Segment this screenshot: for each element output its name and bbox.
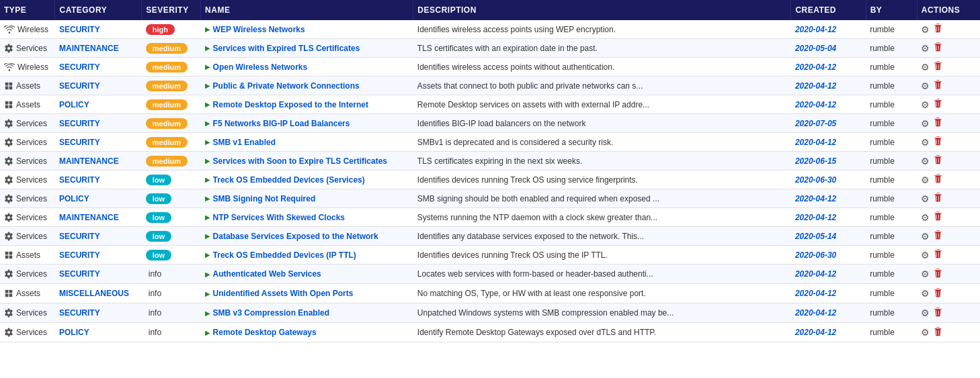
settings-button[interactable]: ⚙ — [921, 231, 930, 242]
actions-cell[interactable]: ⚙ — [917, 227, 980, 246]
settings-button[interactable]: ⚙ — [921, 212, 930, 223]
created-link[interactable]: 2020-04-12 — [795, 289, 836, 298]
category-link[interactable]: POLICY — [59, 328, 89, 337]
category-link[interactable]: SECURITY — [59, 81, 100, 91]
name-link[interactable]: SMB v1 Enabled — [213, 138, 276, 147]
settings-button[interactable]: ⚙ — [921, 24, 930, 35]
category-cell[interactable]: SECURITY — [55, 265, 142, 284]
actions-cell[interactable]: ⚙ — [917, 95, 980, 114]
created-link[interactable]: 2020-06-30 — [795, 175, 836, 185]
category-cell[interactable]: POLICY — [55, 189, 142, 208]
settings-button[interactable]: ⚙ — [921, 62, 930, 73]
created-link[interactable]: 2020-04-12 — [795, 25, 836, 34]
settings-button[interactable]: ⚙ — [921, 308, 930, 318]
name-link[interactable]: Remote Desktop Exposed to the Internet — [213, 100, 368, 109]
category-cell[interactable]: POLICY — [55, 323, 142, 342]
created-link[interactable]: 2020-05-14 — [795, 232, 836, 241]
category-cell[interactable]: MAINTENANCE — [55, 208, 142, 227]
name-cell[interactable]: ▶ NTP Services With Skewed Clocks — [201, 208, 413, 227]
created-link[interactable]: 2020-04-12 — [795, 194, 836, 203]
created-cell[interactable]: 2020-05-14 — [791, 227, 866, 246]
actions-cell[interactable]: ⚙ — [917, 133, 980, 152]
name-link[interactable]: Treck OS Embedded Devices (Services) — [213, 175, 365, 185]
category-link[interactable]: SECURITY — [59, 119, 100, 128]
name-cell[interactable]: ▶ SMB Signing Not Required — [201, 189, 413, 208]
created-link[interactable]: 2020-04-12 — [795, 213, 836, 222]
category-link[interactable]: SECURITY — [59, 25, 100, 34]
created-link[interactable]: 2020-04-12 — [795, 100, 836, 109]
category-link[interactable]: POLICY — [59, 100, 89, 109]
category-link[interactable]: MISCELLANEOUS — [59, 289, 129, 298]
actions-cell[interactable]: ⚙ — [917, 39, 980, 58]
created-cell[interactable]: 2020-05-04 — [791, 39, 866, 58]
name-cell[interactable]: ▶ Services with Soon to Expire TLS Certi… — [201, 152, 413, 171]
name-link[interactable]: Authenticated Web Services — [213, 269, 321, 279]
created-cell[interactable]: 2020-06-30 — [791, 171, 866, 189]
name-cell[interactable]: ▶ SMB v3 Compression Enabled — [201, 303, 413, 323]
actions-cell[interactable]: ⚙ — [917, 152, 980, 171]
name-cell[interactable]: ▶ Public & Private Network Connections — [201, 77, 413, 95]
actions-cell[interactable]: ⚙ — [917, 114, 980, 133]
created-link[interactable]: 2020-07-05 — [795, 119, 836, 128]
created-link[interactable]: 2020-04-12 — [795, 269, 836, 279]
actions-cell[interactable]: ⚙ — [917, 246, 980, 265]
delete-button[interactable] — [934, 193, 942, 204]
name-link[interactable]: SMB Signing Not Required — [213, 194, 316, 203]
actions-cell[interactable]: ⚙ — [917, 58, 980, 77]
name-cell[interactable]: ▶ Database Services Exposed to the Netwo… — [201, 227, 413, 246]
category-cell[interactable]: SECURITY — [55, 303, 142, 323]
delete-button[interactable] — [934, 174, 942, 185]
category-link[interactable]: SECURITY — [59, 232, 100, 241]
category-link[interactable]: SECURITY — [59, 62, 100, 72]
created-link[interactable]: 2020-05-04 — [795, 44, 836, 53]
name-link[interactable]: F5 Networks BIG-IP Load Balancers — [213, 119, 350, 128]
name-link[interactable]: Unidentified Assets With Open Ports — [213, 289, 354, 298]
created-link[interactable]: 2020-06-15 — [795, 156, 836, 166]
category-cell[interactable]: SECURITY — [55, 58, 142, 77]
actions-cell[interactable]: ⚙ — [917, 77, 980, 95]
actions-cell[interactable]: ⚙ — [917, 208, 980, 227]
settings-button[interactable]: ⚙ — [921, 193, 930, 204]
actions-cell[interactable]: ⚙ — [917, 265, 980, 284]
actions-cell[interactable]: ⚙ — [917, 20, 980, 39]
delete-button[interactable] — [934, 327, 942, 338]
name-cell[interactable]: ▶ Remote Desktop Gateways — [201, 323, 413, 342]
created-cell[interactable]: 2020-04-12 — [791, 95, 866, 114]
category-cell[interactable]: MAINTENANCE — [55, 152, 142, 171]
name-link[interactable]: SMB v3 Compression Enabled — [213, 308, 329, 318]
delete-button[interactable] — [934, 117, 942, 129]
actions-cell[interactable]: ⚙ — [917, 284, 980, 303]
created-cell[interactable]: 2020-04-12 — [791, 208, 866, 227]
name-cell[interactable]: ▶ Authenticated Web Services — [201, 265, 413, 284]
created-cell[interactable]: 2020-07-05 — [791, 114, 866, 133]
category-link[interactable]: SECURITY — [59, 138, 100, 147]
settings-button[interactable]: ⚙ — [921, 156, 930, 167]
delete-button[interactable] — [934, 155, 942, 167]
name-cell[interactable]: ▶ Services with Expired TLS Certificates — [201, 39, 413, 58]
delete-button[interactable] — [934, 230, 942, 242]
name-link[interactable]: NTP Services With Skewed Clocks — [213, 213, 345, 222]
category-cell[interactable]: SECURITY — [55, 227, 142, 246]
created-cell[interactable]: 2020-04-12 — [791, 77, 866, 95]
delete-button[interactable] — [934, 288, 942, 299]
category-link[interactable]: SECURITY — [59, 308, 100, 318]
delete-button[interactable] — [934, 99, 942, 110]
name-cell[interactable]: ▶ Treck OS Embedded Devices (IP TTL) — [201, 246, 413, 265]
created-link[interactable]: 2020-04-12 — [795, 62, 836, 72]
created-cell[interactable]: 2020-04-12 — [791, 20, 866, 39]
name-cell[interactable]: ▶ F5 Networks BIG-IP Load Balancers — [201, 114, 413, 133]
actions-cell[interactable]: ⚙ — [917, 303, 980, 323]
settings-button[interactable]: ⚙ — [921, 99, 930, 110]
settings-button[interactable]: ⚙ — [921, 81, 930, 91]
category-cell[interactable]: SECURITY — [55, 20, 142, 39]
category-link[interactable]: MAINTENANCE — [59, 156, 119, 166]
created-link[interactable]: 2020-04-12 — [795, 81, 836, 91]
settings-button[interactable]: ⚙ — [921, 118, 930, 129]
created-cell[interactable]: 2020-04-12 — [791, 189, 866, 208]
settings-button[interactable]: ⚙ — [921, 327, 930, 338]
name-cell[interactable]: ▶ SMB v1 Enabled — [201, 133, 413, 152]
name-cell[interactable]: ▶ Unidentified Assets With Open Ports — [201, 284, 413, 303]
created-cell[interactable]: 2020-04-12 — [791, 58, 866, 77]
name-cell[interactable]: ▶ Remote Desktop Exposed to the Internet — [201, 95, 413, 114]
name-link[interactable]: Database Services Exposed to the Network — [213, 232, 378, 241]
